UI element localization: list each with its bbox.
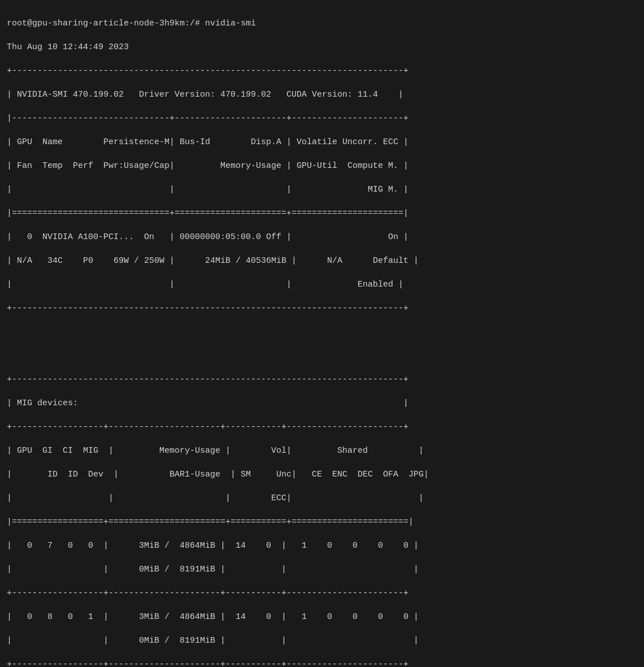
mig-border-top: +---------------------------------------… bbox=[7, 374, 637, 386]
prompt-line: root@gpu-sharing-article-node-3h9km:/# n… bbox=[7, 18, 637, 29]
row0-border: +------------------+--------------------… bbox=[7, 587, 637, 599]
border-top: +---------------------------------------… bbox=[7, 65, 637, 77]
gpu0-line3: | | | Enabled | bbox=[7, 279, 637, 291]
header3-line: | | | MIG M. | bbox=[7, 184, 637, 196]
mig-header: | MIG devices: | bbox=[7, 397, 637, 409]
row0-line1: | 0 7 0 0 | 3MiB / 4864MiB | 14 0 | 1 0 … bbox=[7, 540, 637, 552]
terminal-output: root@gpu-sharing-article-node-3h9km:/# n… bbox=[7, 6, 637, 667]
row1-line1: | 0 8 0 1 | 3MiB / 4864MiB | 14 0 | 1 0 … bbox=[7, 611, 637, 623]
blank2 bbox=[7, 350, 637, 362]
mig-border-eq: |==================+====================… bbox=[7, 516, 637, 528]
gpu0-line2: | N/A 34C P0 69W / 250W | 24MiB / 40536M… bbox=[7, 255, 637, 267]
mig-border1: +------------------+--------------------… bbox=[7, 421, 637, 433]
row0-line2: | | 0MiB / 8191MiB | | | bbox=[7, 564, 637, 575]
border-bot: +---------------------------------------… bbox=[7, 302, 637, 314]
smi-version-line: | NVIDIA-SMI 470.199.02 Driver Version: … bbox=[7, 89, 637, 101]
blank1 bbox=[7, 326, 637, 338]
border-eq1: |===============================+=======… bbox=[7, 207, 637, 219]
date-line: Thu Aug 10 12:44:49 2023 bbox=[7, 41, 637, 53]
header2-line: | Fan Temp Perf Pwr:Usage/Cap| Memory-Us… bbox=[7, 160, 637, 172]
header1-line: | GPU Name Persistence-M| Bus-Id Disp.A … bbox=[7, 136, 637, 148]
mig-col2: | ID ID Dev | BAR1-Usage | SM Unc| CE EN… bbox=[7, 469, 637, 480]
mig-col3: | | | ECC| | bbox=[7, 492, 637, 504]
row1-line2: | | 0MiB / 8191MiB | | | bbox=[7, 635, 637, 647]
border-mid1: |-------------------------------+-------… bbox=[7, 112, 637, 124]
row1-border: +------------------+--------------------… bbox=[7, 659, 637, 667]
gpu0-line1: | 0 NVIDIA A100-PCI... On | 00000000:05:… bbox=[7, 231, 637, 243]
mig-col1: | GPU GI CI MIG | Memory-Usage | Vol| Sh… bbox=[7, 445, 637, 457]
